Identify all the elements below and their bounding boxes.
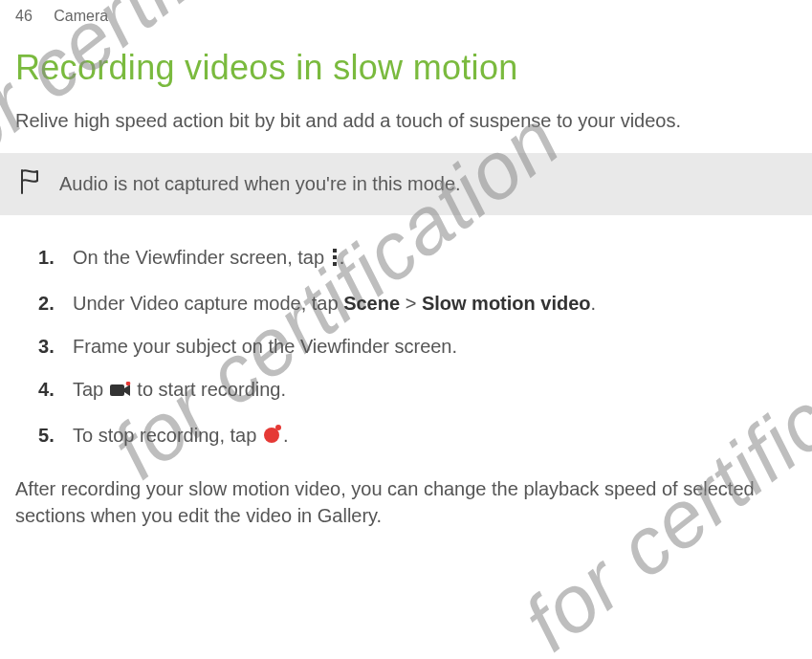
step-1-text-a: On the Viewfinder screen, tap bbox=[73, 247, 330, 268]
video-record-icon bbox=[109, 379, 132, 406]
svg-rect-3 bbox=[110, 384, 124, 396]
svg-rect-1 bbox=[333, 255, 337, 259]
overflow-menu-icon bbox=[330, 247, 340, 275]
step-3-text: Frame your subject on the Viewfinder scr… bbox=[73, 336, 457, 357]
step-4: Tap to start recording. bbox=[38, 376, 797, 406]
svg-point-6 bbox=[275, 425, 281, 430]
page-title: Recording videos in slow motion bbox=[15, 48, 812, 88]
steps-list: On the Viewfinder screen, tap . Under Vi… bbox=[38, 244, 797, 452]
step-2-sep: > bbox=[400, 293, 422, 314]
closing-text: After recording your slow motion video, … bbox=[15, 475, 797, 529]
stop-record-icon bbox=[262, 424, 283, 452]
svg-rect-2 bbox=[333, 262, 337, 266]
step-2-text-b: . bbox=[591, 293, 597, 314]
note-text: Audio is not captured when you're in thi… bbox=[59, 173, 461, 195]
page-number: 46 bbox=[15, 8, 33, 24]
step-2-bold-slow-motion: Slow motion video bbox=[422, 293, 591, 314]
flag-icon bbox=[19, 168, 40, 200]
step-5-text-b: . bbox=[283, 425, 289, 446]
step-1: On the Viewfinder screen, tap . bbox=[38, 244, 797, 275]
info-note: Audio is not captured when you're in thi… bbox=[0, 153, 812, 215]
step-4-text-a: Tap bbox=[73, 379, 109, 400]
page-header: 46 Camera bbox=[0, 0, 812, 25]
step-2-text-a: Under Video capture mode, tap bbox=[73, 293, 343, 314]
step-1-text-b: . bbox=[340, 247, 345, 268]
step-2-bold-scene: Scene bbox=[343, 293, 400, 314]
section-name: Camera bbox=[54, 8, 108, 24]
step-2: Under Video capture mode, tap Scene > Sl… bbox=[38, 290, 797, 318]
svg-rect-0 bbox=[333, 249, 337, 253]
step-3: Frame your subject on the Viewfinder scr… bbox=[38, 333, 797, 361]
step-5: To stop recording, tap . bbox=[38, 422, 797, 452]
intro-text: Relive high speed action bit by bit and … bbox=[15, 107, 797, 134]
step-5-text-a: To stop recording, tap bbox=[73, 425, 262, 446]
step-4-text-b: to start recording. bbox=[132, 379, 286, 400]
